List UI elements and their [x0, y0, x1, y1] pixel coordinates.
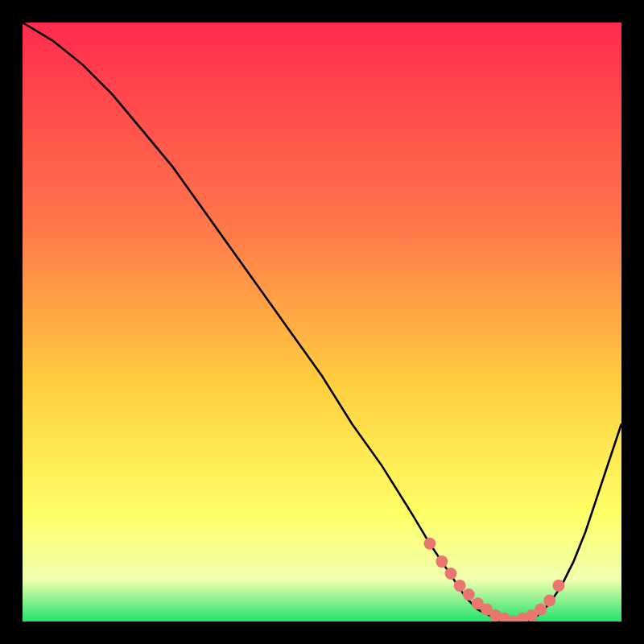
- highlight-dot: [445, 568, 457, 580]
- highlight-dot: [552, 580, 564, 592]
- highlight-dot: [543, 595, 555, 607]
- plot-area: [23, 23, 621, 621]
- bottleneck-chart: [0, 0, 644, 644]
- chart-stage: TheBottlenecker.com: [0, 0, 644, 644]
- highlight-dot: [454, 580, 466, 592]
- highlight-dot: [423, 538, 436, 550]
- highlight-dot: [535, 604, 547, 616]
- highlight-dot: [436, 555, 448, 568]
- highlight-dot: [463, 588, 475, 601]
